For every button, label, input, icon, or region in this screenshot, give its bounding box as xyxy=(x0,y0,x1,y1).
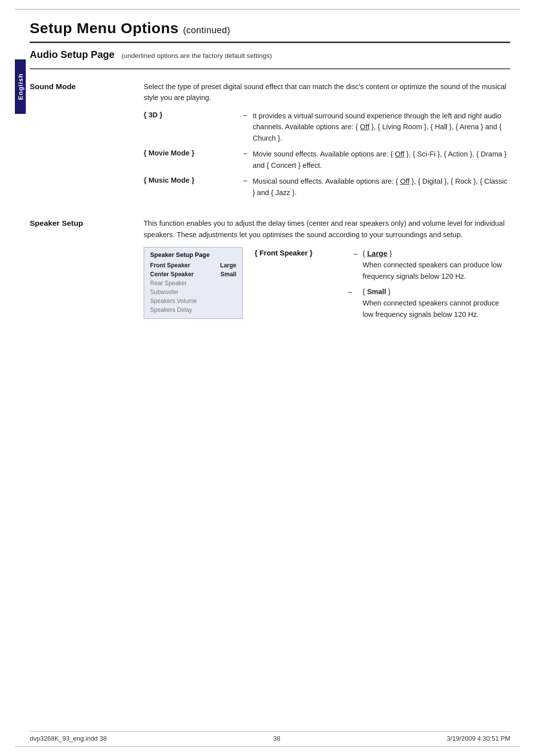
speaker-intro: This function enables you to adjust the … xyxy=(144,218,510,240)
small-label: { Small } xyxy=(363,288,390,296)
page-title-area: Setup Menu Options (continued) xyxy=(30,20,510,43)
page-border-bottom xyxy=(15,746,520,747)
main-content: Setup Menu Options (continued) Audio Set… xyxy=(30,20,510,736)
speaker-setup-row: Speaker Setup This function enables you … xyxy=(30,218,510,320)
page-title: Setup Menu Options (continued) xyxy=(30,20,510,37)
option-row-movie: { Movie Mode } – Movie sound effects. Av… xyxy=(144,149,510,171)
front-speaker-line: { Front Speaker } – { Large } xyxy=(255,249,510,257)
large-desc: When connected speakers can produce low … xyxy=(363,259,510,282)
menu-row-subwoofer: Subwoofer xyxy=(150,288,236,297)
menu-row-delay: Speakers Delay xyxy=(150,305,236,314)
audio-setup-header: Audio Setup Page (underlined options are… xyxy=(30,49,510,60)
speaker-setup-label: Speaker Setup xyxy=(30,218,144,320)
front-speaker-large-label: { Large } xyxy=(363,249,392,257)
sound-mode-option-list: { 3D } – It provides a virtual surround … xyxy=(144,110,510,198)
menu-row-rear: Rear Speaker xyxy=(150,279,236,288)
content-area: Sound Mode Select the type of preset dig… xyxy=(30,81,510,320)
menu-row-volume: Speakers Volume xyxy=(150,297,236,305)
sound-mode-row: Sound Mode Select the type of preset dig… xyxy=(30,81,510,198)
page-number-center: 38 xyxy=(273,735,280,742)
option-row-3d: { 3D } – It provides a virtual surround … xyxy=(144,110,510,144)
front-speaker-options: { Front Speaker } – { Large } When conne… xyxy=(255,247,510,320)
small-dash: – xyxy=(348,288,363,296)
option-desc-movie: Movie sound effects. Available options a… xyxy=(253,149,510,171)
speaker-setup-detail: This function enables you to adjust the … xyxy=(144,218,510,320)
small-option-line: – { Small } xyxy=(348,288,510,296)
audio-setup-subtitle: (underlined options are the factory defa… xyxy=(121,52,272,59)
option-dash-3d: – xyxy=(238,110,253,119)
speaker-menu-box: Speaker Setup Page Front Speaker Large C… xyxy=(144,247,243,319)
footer-left: dvp3268K_93_eng.indd 38 xyxy=(30,735,107,742)
option-name-3d: { 3D } xyxy=(144,110,238,119)
page-border-top xyxy=(15,9,520,10)
option-dash-music: – xyxy=(238,176,253,184)
footer-right: 3/19/2009 4:30:51 PM xyxy=(447,735,510,742)
sound-mode-detail: Select the type of preset digital sound … xyxy=(144,81,510,198)
audio-setup-title: Audio Setup Page xyxy=(30,49,114,60)
menu-row-front: Front Speaker Large xyxy=(150,261,236,270)
front-speaker-name: { Front Speaker } xyxy=(255,249,349,257)
sound-mode-label: Sound Mode xyxy=(30,81,144,198)
footer-area: dvp3268K_93_eng.indd 38 38 3/19/2009 4:3… xyxy=(30,731,510,742)
menu-row-center: Center Speaker Small xyxy=(150,270,236,279)
small-desc: When connected speakers cannot produce l… xyxy=(363,298,510,320)
option-desc-music: Musical sound effects. Available options… xyxy=(253,176,510,198)
speaker-menu-title: Speaker Setup Page xyxy=(150,252,236,258)
option-row-music: { Music Mode } – Musical sound effects. … xyxy=(144,176,510,198)
option-desc-3d: It provides a virtual surround sound exp… xyxy=(253,110,510,144)
sidebar-language-label: English xyxy=(17,73,24,100)
title-rule xyxy=(30,42,510,43)
sidebar-language-tab: English xyxy=(15,59,26,114)
option-name-movie: { Movie Mode } xyxy=(144,149,238,157)
option-dash-movie: – xyxy=(238,149,253,157)
front-speaker-dash: – xyxy=(349,249,363,257)
speaker-main-area: Speaker Setup Page Front Speaker Large C… xyxy=(144,247,510,320)
section-rule xyxy=(30,68,510,69)
sound-mode-intro: Select the type of preset digital sound … xyxy=(144,81,510,103)
option-name-music: { Music Mode } xyxy=(144,176,238,184)
